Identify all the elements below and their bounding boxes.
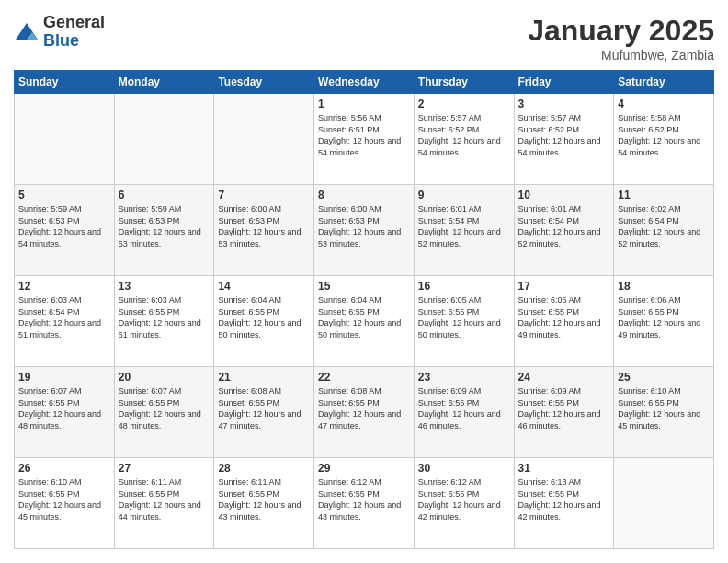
calendar-day-cell: 28Sunrise: 6:11 AM Sunset: 6:55 PM Dayli… [214,458,314,549]
day-info: Sunrise: 6:09 AM Sunset: 6:55 PM Dayligh… [418,385,510,431]
day-info: Sunrise: 6:12 AM Sunset: 6:55 PM Dayligh… [318,477,410,523]
calendar-day-cell: 16Sunrise: 6:05 AM Sunset: 6:55 PM Dayli… [414,276,514,367]
weekday-header-cell: Saturday [614,71,714,94]
day-info: Sunrise: 6:00 AM Sunset: 6:53 PM Dayligh… [218,203,310,249]
day-number: 10 [518,189,610,201]
calendar-day-cell: 20Sunrise: 6:07 AM Sunset: 6:55 PM Dayli… [114,367,214,458]
day-info: Sunrise: 5:56 AM Sunset: 6:51 PM Dayligh… [318,112,410,158]
weekday-header-cell: Monday [114,71,214,94]
calendar-day-cell: 19Sunrise: 6:07 AM Sunset: 6:55 PM Dayli… [15,367,115,458]
calendar-body: 1Sunrise: 5:56 AM Sunset: 6:51 PM Daylig… [15,94,714,549]
calendar-day-cell: 25Sunrise: 6:10 AM Sunset: 6:55 PM Dayli… [614,367,714,458]
day-info: Sunrise: 5:57 AM Sunset: 6:52 PM Dayligh… [418,112,510,158]
calendar-week-row: 19Sunrise: 6:07 AM Sunset: 6:55 PM Dayli… [15,367,714,458]
day-info: Sunrise: 6:13 AM Sunset: 6:55 PM Dayligh… [518,477,610,523]
day-number: 12 [18,280,110,293]
calendar-day-cell: 7Sunrise: 6:00 AM Sunset: 6:53 PM Daylig… [214,185,314,276]
calendar-day-cell: 18Sunrise: 6:06 AM Sunset: 6:55 PM Dayli… [614,276,714,367]
day-info: Sunrise: 5:59 AM Sunset: 6:53 PM Dayligh… [18,203,110,249]
day-number: 13 [119,280,210,293]
day-number: 4 [618,98,710,110]
logo-text: General Blue [43,14,105,51]
calendar-day-cell: 31Sunrise: 6:13 AM Sunset: 6:55 PM Dayli… [514,458,614,549]
day-number: 17 [518,280,610,293]
calendar-table: SundayMondayTuesdayWednesdayThursdayFrid… [14,70,714,549]
day-info: Sunrise: 6:06 AM Sunset: 6:55 PM Dayligh… [618,294,710,340]
day-info: Sunrise: 6:04 AM Sunset: 6:55 PM Dayligh… [218,294,310,340]
day-number: 16 [418,280,510,293]
calendar-day-cell: 12Sunrise: 6:03 AM Sunset: 6:54 PM Dayli… [15,276,115,367]
day-number: 18 [618,280,710,293]
calendar-day-cell: 21Sunrise: 6:08 AM Sunset: 6:55 PM Dayli… [214,367,314,458]
day-info: Sunrise: 6:11 AM Sunset: 6:55 PM Dayligh… [119,477,210,523]
calendar-day-cell: 2Sunrise: 5:57 AM Sunset: 6:52 PM Daylig… [414,94,514,185]
day-number: 23 [418,371,510,384]
day-info: Sunrise: 6:08 AM Sunset: 6:55 PM Dayligh… [218,385,310,431]
location: Mufumbwe, Zambia [528,48,714,63]
calendar-day-cell: 4Sunrise: 5:58 AM Sunset: 6:52 PM Daylig… [614,94,714,185]
day-info: Sunrise: 6:01 AM Sunset: 6:54 PM Dayligh… [418,203,510,249]
calendar-day-cell: 22Sunrise: 6:08 AM Sunset: 6:55 PM Dayli… [314,367,415,458]
title-block: January 2025 Mufumbwe, Zambia [528,14,714,63]
day-info: Sunrise: 6:03 AM Sunset: 6:54 PM Dayligh… [18,294,110,340]
page: General Blue January 2025 Mufumbwe, Zamb… [0,0,728,563]
day-number: 19 [18,371,110,384]
day-number: 27 [119,462,210,475]
day-number: 25 [618,371,710,384]
logo-general-text: General [43,14,105,32]
logo: General Blue [14,14,105,51]
weekday-header-row: SundayMondayTuesdayWednesdayThursdayFrid… [15,71,714,94]
day-info: Sunrise: 6:04 AM Sunset: 6:55 PM Dayligh… [318,294,410,340]
day-info: Sunrise: 6:01 AM Sunset: 6:54 PM Dayligh… [518,203,610,249]
calendar-day-cell [114,94,214,185]
day-number: 7 [218,189,310,201]
day-number: 6 [119,189,210,201]
calendar-day-cell: 26Sunrise: 6:10 AM Sunset: 6:55 PM Dayli… [15,458,115,549]
day-number: 30 [418,462,510,475]
calendar-day-cell: 24Sunrise: 6:09 AM Sunset: 6:55 PM Dayli… [514,367,614,458]
calendar-week-row: 1Sunrise: 5:56 AM Sunset: 6:51 PM Daylig… [15,94,714,185]
day-number: 31 [518,462,610,475]
day-number: 22 [318,371,410,384]
day-info: Sunrise: 6:03 AM Sunset: 6:55 PM Dayligh… [119,294,210,340]
day-number: 14 [218,280,310,293]
day-number: 20 [119,371,210,384]
weekday-header-cell: Thursday [414,71,514,94]
calendar-day-cell: 10Sunrise: 6:01 AM Sunset: 6:54 PM Dayli… [514,185,614,276]
day-info: Sunrise: 6:11 AM Sunset: 6:55 PM Dayligh… [218,477,310,523]
day-number: 2 [418,98,510,110]
day-info: Sunrise: 5:58 AM Sunset: 6:52 PM Dayligh… [618,112,710,158]
calendar-day-cell: 8Sunrise: 6:00 AM Sunset: 6:53 PM Daylig… [314,185,415,276]
weekday-header-cell: Friday [514,71,614,94]
calendar-day-cell: 14Sunrise: 6:04 AM Sunset: 6:55 PM Dayli… [214,276,314,367]
calendar-week-row: 5Sunrise: 5:59 AM Sunset: 6:53 PM Daylig… [15,185,714,276]
day-number: 1 [318,98,410,110]
day-number: 21 [218,371,310,384]
calendar-day-cell: 17Sunrise: 6:05 AM Sunset: 6:55 PM Dayli… [514,276,614,367]
calendar-day-cell: 13Sunrise: 6:03 AM Sunset: 6:55 PM Dayli… [114,276,214,367]
calendar-day-cell: 5Sunrise: 5:59 AM Sunset: 6:53 PM Daylig… [15,185,115,276]
day-info: Sunrise: 5:57 AM Sunset: 6:52 PM Dayligh… [518,112,610,158]
day-number: 11 [618,189,710,201]
calendar-day-cell [15,94,115,185]
logo-blue-text: Blue [43,32,105,51]
day-number: 28 [218,462,310,475]
calendar-day-cell: 9Sunrise: 6:01 AM Sunset: 6:54 PM Daylig… [414,185,514,276]
day-number: 29 [318,462,410,475]
day-info: Sunrise: 6:12 AM Sunset: 6:55 PM Dayligh… [418,477,510,523]
day-info: Sunrise: 6:05 AM Sunset: 6:55 PM Dayligh… [418,294,510,340]
day-info: Sunrise: 6:02 AM Sunset: 6:54 PM Dayligh… [618,203,710,249]
calendar-week-row: 26Sunrise: 6:10 AM Sunset: 6:55 PM Dayli… [15,458,714,549]
calendar-day-cell: 3Sunrise: 5:57 AM Sunset: 6:52 PM Daylig… [514,94,614,185]
calendar-day-cell: 27Sunrise: 6:11 AM Sunset: 6:55 PM Dayli… [114,458,214,549]
calendar-week-row: 12Sunrise: 6:03 AM Sunset: 6:54 PM Dayli… [15,276,714,367]
day-number: 15 [318,280,410,293]
day-info: Sunrise: 6:00 AM Sunset: 6:53 PM Dayligh… [318,203,410,249]
day-number: 9 [418,189,510,201]
day-info: Sunrise: 6:10 AM Sunset: 6:55 PM Dayligh… [618,385,710,431]
calendar-day-cell: 23Sunrise: 6:09 AM Sunset: 6:55 PM Dayli… [414,367,514,458]
weekday-header-cell: Wednesday [314,71,415,94]
calendar-day-cell: 29Sunrise: 6:12 AM Sunset: 6:55 PM Dayli… [314,458,415,549]
calendar-day-cell: 1Sunrise: 5:56 AM Sunset: 6:51 PM Daylig… [314,94,415,185]
logo-icon [14,19,40,45]
